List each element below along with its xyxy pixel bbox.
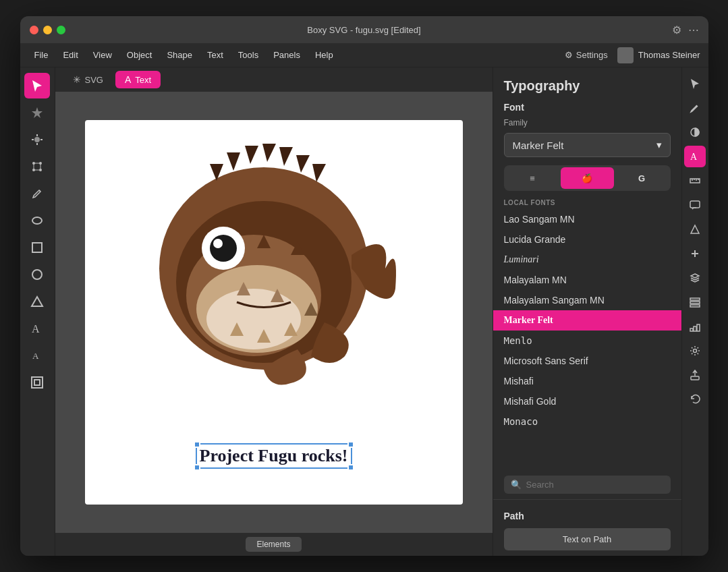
font-tab-google[interactable]: G — [615, 167, 669, 189]
settings-label: Settings — [576, 50, 608, 60]
tool-frame[interactable] — [24, 370, 50, 395]
tool-text-small[interactable]: A — [24, 343, 50, 368]
svg-point-7 — [32, 270, 42, 279]
handle-bottom-left[interactable] — [194, 464, 200, 471]
tool-nodes[interactable] — [24, 154, 50, 179]
font-item-luminari[interactable]: Luminari — [493, 250, 681, 270]
tool-circle[interactable] — [24, 262, 50, 287]
tool-pan[interactable] — [24, 127, 50, 152]
menu-view[interactable]: View — [87, 47, 118, 63]
font-section-title: Font — [493, 99, 681, 117]
tool-triangle[interactable] — [24, 289, 50, 314]
svg-rect-6 — [32, 243, 42, 252]
svg-text:A: A — [690, 152, 698, 162]
handle-top-left[interactable] — [194, 441, 200, 448]
menu-tools[interactable]: Tools — [232, 47, 264, 63]
svg-point-0 — [34, 137, 40, 142]
menu-file[interactable]: File — [28, 47, 55, 63]
tool-select[interactable] — [24, 73, 50, 98]
font-item-menlo[interactable]: Menlo — [493, 331, 681, 351]
titlebar-right: ⚙ ⋯ — [672, 24, 699, 36]
minimize-button[interactable] — [43, 26, 52, 34]
bottom-bar: Elements — [55, 533, 493, 556]
list-icon: ≡ — [530, 173, 535, 183]
menu-panels[interactable]: Panels — [267, 47, 306, 63]
svg-marker-21 — [279, 147, 293, 166]
canvas-area: ✳ SVG A Text — [55, 67, 493, 556]
text-tab-icon: A — [125, 74, 131, 85]
family-label: Family — [493, 117, 681, 133]
rtool-undo[interactable] — [684, 389, 706, 410]
apple-icon: 🍎 — [582, 173, 592, 183]
font-list: Lao Sangam MN Lucida Grande Luminari Mal… — [493, 209, 681, 470]
font-search-input[interactable] — [526, 480, 664, 490]
font-tab-all[interactable]: ≡ — [506, 167, 559, 189]
rtool-library[interactable] — [684, 316, 706, 337]
rtool-ruler[interactable] — [684, 170, 706, 192]
menu-help[interactable]: Help — [309, 47, 339, 63]
font-item-malayalam[interactable]: Malayalam MN — [493, 270, 681, 290]
font-item-lao[interactable]: Lao Sangam MN — [493, 209, 681, 229]
rtool-export[interactable] — [684, 364, 706, 386]
menu-object[interactable]: Object — [121, 47, 159, 63]
svg-text:A: A — [32, 323, 40, 335]
tool-node[interactable] — [24, 100, 50, 125]
menu-edit[interactable]: Edit — [57, 47, 84, 63]
rtool-layers[interactable] — [684, 267, 706, 289]
titlebar: Boxy SVG - fugu.svg [Edited] ⚙ ⋯ — [20, 16, 708, 43]
menu-shape[interactable]: Shape — [161, 47, 198, 63]
maximize-button[interactable] — [57, 26, 65, 34]
tool-text-large[interactable]: A — [24, 316, 50, 341]
handle-bottom-right[interactable] — [347, 464, 354, 471]
user-badge: Thomas Steiner — [617, 47, 700, 63]
svg-rect-40 — [690, 298, 700, 300]
font-tab-system[interactable]: 🍎 — [561, 167, 614, 189]
svg-icon: ✳ — [73, 74, 81, 85]
font-item-marker-felt[interactable]: Marker Felt — [493, 310, 681, 331]
puzzle-icon[interactable]: ⚙ — [672, 24, 681, 36]
handle-top-right[interactable] — [347, 441, 354, 448]
svg-marker-18 — [227, 152, 240, 171]
font-item-mishafi[interactable]: Mishafi — [493, 371, 681, 391]
tool-ellipse[interactable] — [24, 208, 50, 233]
tool-rect[interactable] — [24, 235, 50, 260]
elements-button[interactable]: Elements — [246, 537, 301, 552]
tab-svg[interactable]: ✳ SVG — [63, 71, 113, 88]
selected-font-name: Marker Felt — [513, 140, 564, 151]
more-icon[interactable]: ⋯ — [688, 24, 699, 36]
text-on-path-button[interactable]: Text on Path — [504, 528, 671, 550]
rtool-comment[interactable] — [684, 194, 706, 216]
rtool-list[interactable] — [684, 291, 706, 313]
font-search-container: 🔍 — [504, 476, 671, 494]
dropdown-chevron-icon: ▾ — [656, 139, 662, 151]
font-item-malayalam-sangam[interactable]: Malayalam Sangam MN — [493, 290, 681, 310]
rtool-plus[interactable] — [684, 243, 706, 264]
settings-icon: ⚙ — [565, 50, 573, 60]
font-item-microsoft[interactable]: Microsoft Sans Serif — [493, 351, 681, 371]
canvas-viewport[interactable]: Project Fugu rocks! — [55, 92, 493, 533]
svg-point-5 — [32, 217, 42, 224]
font-item-monaco[interactable]: Monaco — [493, 411, 681, 432]
rtool-contrast[interactable] — [684, 121, 706, 143]
settings-button[interactable]: ⚙ Settings — [565, 50, 608, 60]
svg-rect-11 — [34, 380, 40, 385]
menu-text[interactable]: Text — [201, 47, 229, 63]
panel-title: Typography — [493, 67, 681, 99]
menubar: File Edit View Object Shape Text Tools P… — [20, 43, 708, 67]
font-item-mishafi-gold[interactable]: Mishafi Gold — [493, 391, 681, 411]
search-icon: 🔍 — [511, 480, 522, 490]
divider — [493, 499, 681, 500]
canvas-text-content: Project Fugu rocks! — [200, 446, 348, 465]
tab-text[interactable]: A Text — [115, 71, 161, 88]
rtool-triangle[interactable] — [684, 219, 706, 240]
font-family-dropdown[interactable]: Marker Felt ▾ — [504, 133, 671, 157]
canvas-text[interactable]: Project Fugu rocks! — [197, 445, 351, 467]
rtool-pencil[interactable] — [684, 97, 706, 119]
close-button[interactable] — [30, 26, 38, 34]
font-item-lucida[interactable]: Lucida Grande — [493, 229, 681, 250]
rtool-gear[interactable] — [684, 340, 706, 362]
tool-pen[interactable] — [24, 181, 50, 206]
menubar-right: ⚙ Settings Thomas Steiner — [565, 47, 700, 63]
rtool-text[interactable]: A — [684, 146, 706, 167]
rtool-pointer[interactable] — [684, 73, 706, 94]
